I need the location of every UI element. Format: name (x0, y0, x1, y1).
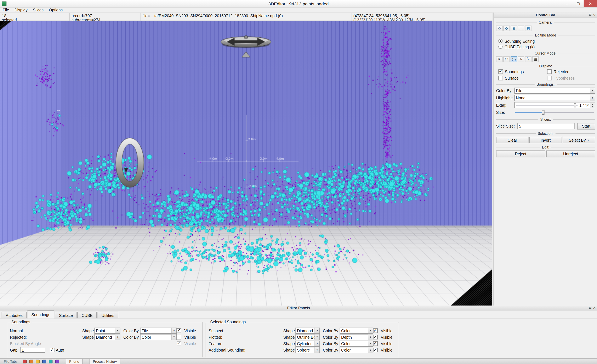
radio-icon[interactable] (498, 39, 503, 43)
color-by-select[interactable]: Color (339, 327, 373, 333)
checkbox-icon[interactable] (498, 76, 503, 80)
float-icon[interactable]: ⧉ (589, 306, 591, 310)
size-slider[interactable] (514, 109, 595, 115)
color-by-select[interactable]: Color (140, 334, 177, 340)
checkbox-icon[interactable] (547, 69, 552, 74)
taskbar-window-process-history[interactable]: Process History (89, 359, 120, 364)
menu-display[interactable]: Display (12, 8, 30, 12)
fit-view-icon[interactable]: ⛶ (518, 25, 524, 31)
float-icon[interactable]: ⧉ (589, 13, 591, 17)
visible-checkbox[interactable] (373, 335, 378, 339)
taskbar-window-phone[interactable]: Phone (66, 359, 83, 364)
check-surface[interactable]: Surface (498, 76, 547, 80)
panel-splitter[interactable] (492, 13, 494, 306)
zoom-window-icon[interactable]: ⊞ (511, 25, 517, 31)
reject-button[interactable]: Reject (496, 150, 545, 158)
taskbar-app-icon[interactable] (36, 360, 39, 363)
visible-checkbox[interactable] (373, 348, 378, 352)
invert-button[interactable]: Invert (529, 137, 562, 143)
shape-select[interactable]: Outline Box (295, 334, 320, 340)
size-label: Size: (496, 110, 513, 115)
shape-select[interactable]: Diamond (295, 327, 320, 333)
chevron-down-icon (314, 334, 319, 340)
combo-value: Color (341, 328, 351, 333)
select-by-button[interactable]: Select By ▾ (563, 137, 595, 143)
pointer-icon[interactable]: ↖ (496, 56, 503, 62)
tab-soundings[interactable]: Soundings (27, 310, 55, 319)
taskbar-app-icon[interactable] (55, 360, 59, 363)
exag-slider-track[interactable] (516, 105, 578, 105)
check-soundings[interactable]: Soundings (498, 69, 547, 74)
tab-surface[interactable]: Surface (55, 311, 77, 318)
close-button[interactable]: ✕ (584, 0, 597, 7)
close-icon[interactable]: ✕ (593, 306, 596, 310)
shape-label: Shape (82, 328, 94, 333)
slider-thumb[interactable] (542, 110, 545, 115)
unreject-button[interactable]: Unreject (546, 150, 595, 158)
tab-utilities[interactable]: Utilities (97, 311, 118, 318)
menu-slices[interactable]: Slices (30, 8, 46, 12)
rect-select-icon[interactable]: ⬚ (503, 56, 510, 62)
orbit-icon[interactable]: ⟲ (496, 25, 503, 31)
row-label: Plotted: (209, 335, 283, 339)
radio-sounding-editing[interactable]: Sounding Editing (498, 39, 595, 44)
color-by-select[interactable]: Depth (339, 334, 373, 340)
checkbox-icon[interactable] (498, 69, 503, 74)
color-by-select[interactable]: Color (339, 347, 373, 353)
visible-checkbox[interactable] (177, 328, 181, 333)
point-cloud-canvas[interactable] (0, 21, 492, 306)
clear-button[interactable]: Clear (496, 137, 529, 143)
close-icon[interactable]: ✕ (593, 13, 596, 17)
line-select-icon[interactable]: ╲ (525, 56, 532, 62)
visible-checkbox[interactable] (373, 341, 378, 346)
pencil-select-icon[interactable]: ✎ (518, 56, 524, 62)
grid-select-icon[interactable]: ▦ (532, 56, 539, 62)
pan-icon[interactable]: ✛ (503, 25, 510, 31)
chevron-down-icon (172, 334, 176, 340)
menu-file[interactable]: File (0, 8, 12, 12)
gap-input[interactable] (20, 347, 45, 353)
viewport-3d[interactable] (0, 21, 492, 306)
highlight-select[interactable]: None (514, 95, 595, 101)
view-plane-icon[interactable]: ◩ (525, 25, 532, 31)
combo-value: File (516, 88, 522, 93)
exag-slider-thumb[interactable] (573, 103, 576, 107)
slider-fill (515, 112, 542, 113)
minimize-button[interactable]: – (562, 0, 573, 7)
auto-checkbox[interactable] (50, 348, 54, 352)
taskbar-app-icon[interactable] (23, 360, 27, 363)
menu-options[interactable]: Options (46, 8, 65, 12)
editor-panels-header[interactable]: Editor Panels ⧉ ✕ (0, 306, 597, 310)
title-bar: 3DEditor - 94313 points loaded – ▢ ✕ (0, 0, 597, 8)
taskbar-app-icon[interactable] (29, 360, 33, 363)
row-label: Rejected: (10, 335, 82, 339)
color-by-select[interactable]: File (140, 327, 177, 333)
shape-select[interactable]: Diamond (94, 334, 120, 340)
slice-size-input[interactable] (517, 123, 575, 129)
spinner-arrows-icon[interactable]: ▲▼ (590, 103, 595, 108)
lasso-select-icon[interactable]: ◯ (511, 56, 517, 62)
status-subrecord-value: subrecords=274 (71, 18, 138, 21)
start-button[interactable]: Start (577, 123, 595, 129)
visible-checkbox (177, 341, 181, 346)
maximize-button[interactable]: ▢ (573, 0, 583, 7)
control-bar-header[interactable]: Control Bar ⧉ ✕ (494, 13, 597, 18)
color-by-select[interactable]: Color (339, 340, 373, 346)
row-normal: Normal: Shape Point Color By File Visibl… (10, 327, 200, 334)
shape-select[interactable]: Cylinder (295, 340, 320, 346)
taskbar-app-icon[interactable] (49, 360, 52, 363)
visible-checkbox[interactable] (177, 335, 181, 339)
check-rejected[interactable]: Rejected (547, 69, 595, 74)
tab-cube[interactable]: CUBE (77, 311, 97, 318)
radio-icon[interactable] (498, 45, 503, 49)
exag-spinbox[interactable]: 1.44× ▲▼ (514, 102, 595, 108)
visible-checkbox[interactable] (373, 328, 378, 333)
chevron-down-icon (368, 347, 373, 353)
chevron-down-icon (314, 328, 319, 333)
shape-select[interactable]: Sphere (295, 347, 320, 353)
taskbar-app-icon[interactable] (42, 360, 46, 363)
radio-cube-editing[interactable]: CUBE Editing (k) (498, 44, 595, 49)
color-by-select[interactable]: File (514, 87, 595, 94)
shape-select[interactable]: Point (94, 327, 120, 333)
tab-attributes[interactable]: Attributes (1, 311, 27, 318)
